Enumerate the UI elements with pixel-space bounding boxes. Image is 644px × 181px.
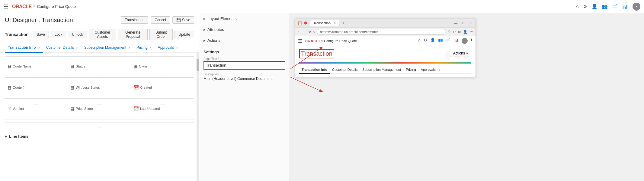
window-controls: — □ ✕ xyxy=(453,21,473,25)
save-toolbar-button[interactable]: Save xyxy=(33,31,49,38)
browser-doc-icon[interactable]: 📄 xyxy=(446,38,451,44)
description-label: Description xyxy=(203,73,285,76)
layout-elements-section: ▶ Layout Elements xyxy=(199,13,290,24)
settings-label: Settings xyxy=(203,50,285,54)
browser-group-icon[interactable]: 👥 xyxy=(438,38,443,44)
description-value: Main (Header Level) Commerce Document xyxy=(203,77,285,81)
scroll-thumb[interactable] xyxy=(197,59,199,71)
person-nav-icon[interactable]: 👤 xyxy=(591,4,598,9)
browser-chart-icon[interactable]: 📊 xyxy=(454,38,459,44)
chart-nav-icon[interactable]: 📊 xyxy=(622,4,628,9)
address-input[interactable] xyxy=(317,29,446,35)
browser-avatar[interactable] xyxy=(462,38,468,44)
browser-person-icon[interactable]: 👤 xyxy=(430,38,435,44)
gear-nav-icon[interactable]: ⚙ xyxy=(583,4,587,9)
oracle-logo: ORACLE xyxy=(12,4,32,9)
browser-title-row: ◈◈◈ Transaction Actions ▾ xyxy=(299,49,471,61)
tab-pricing[interactable]: Pricing ✕ xyxy=(133,43,155,53)
minimize-icon[interactable]: — xyxy=(453,21,459,25)
browser-extra-icon[interactable]: ▮ xyxy=(471,38,473,44)
home-nav-icon[interactable]: ⌂ xyxy=(576,4,579,9)
home-icon[interactable]: ⌂ xyxy=(313,30,315,34)
scroll-track[interactable] xyxy=(197,53,199,181)
close-window-icon[interactable]: ✕ xyxy=(468,21,473,25)
customer-assets-button[interactable]: Customer Assets xyxy=(89,29,116,40)
owner-icon: ▦ xyxy=(134,64,138,69)
left-panel: UI Designer : Transaction Translations C… xyxy=(0,13,199,181)
page-title-value[interactable]: Transaction xyxy=(203,61,285,70)
group-nav-icon[interactable]: 👥 xyxy=(602,4,608,9)
tab-close-approvals[interactable]: ✕ xyxy=(176,46,178,49)
browser-tab-close-icon[interactable]: ✕ xyxy=(334,21,336,25)
new-tab-icon[interactable]: + xyxy=(342,21,345,25)
tab-close-customer-details[interactable]: ✕ xyxy=(76,46,78,49)
tab-transaction-info[interactable]: Transaction Info ✕ xyxy=(5,43,43,53)
submit-order-button[interactable]: Submit Order xyxy=(149,29,173,40)
tab-approvals[interactable]: Approvals ✕ xyxy=(155,43,181,53)
line-items-section[interactable]: ▶ Line Items xyxy=(5,131,194,140)
address-bar-row: ← → ↻ ⌂ f? ↩ ⊞ 👤 ⋯ xyxy=(295,28,476,36)
browser-app-nav-icons: ⌂ ⚙ 👤 👥 📄 📊 ▮ xyxy=(418,38,473,44)
attributes-label: Attributes xyxy=(207,27,224,32)
browser-tab-approvals[interactable]: Approvals xyxy=(418,66,438,73)
actions-header[interactable]: ▶ Actions xyxy=(199,35,290,46)
browser-tab-transaction-info[interactable]: Transaction Info xyxy=(299,66,330,74)
browser-window: 📋 Transaction ✕ + — □ ✕ ← → ↻ ⌂ xyxy=(295,18,476,77)
browser-fav-icon[interactable]: f? xyxy=(448,30,450,34)
actions-section: ▶ Actions xyxy=(199,35,290,46)
forward-icon[interactable]: → xyxy=(303,30,306,34)
back-icon[interactable]: ← xyxy=(297,30,301,34)
tab-close-transaction-info[interactable]: ✕ xyxy=(38,46,40,49)
browser-tab-label: Transaction xyxy=(313,21,331,25)
toolbar: Transaction Save Lock Unlock Customer As… xyxy=(0,26,199,43)
actions-chevron: ▶ xyxy=(203,39,206,42)
attributes-header[interactable]: ▶ Attributes xyxy=(199,24,290,35)
unlock-button[interactable]: Unlock xyxy=(68,31,87,38)
middle-panel: ▶ Layout Elements ▶ Attributes ▶ Actions… xyxy=(199,13,290,181)
browser-app-nav: ☰ ORACLE® Configure Price Quote ⌂ ⚙ 👤 👥 … xyxy=(295,36,476,46)
app-title: Configure Price Quote xyxy=(37,4,76,9)
translations-button[interactable]: Translations xyxy=(121,16,148,24)
field-owner: — ▦ Owner — xyxy=(131,56,194,77)
browser-home-icon[interactable]: ⌂ xyxy=(418,38,421,44)
browser-actions-button[interactable]: Actions ▾ xyxy=(450,50,471,57)
refresh-icon[interactable]: ↻ xyxy=(308,30,311,34)
update-button[interactable]: Update xyxy=(175,31,194,38)
line-items-label: Line Items xyxy=(9,134,28,139)
tab-close-pricing[interactable]: ✕ xyxy=(149,46,152,49)
tab-close-subscription[interactable]: ✕ xyxy=(128,46,130,49)
user-avatar[interactable]: ▾ xyxy=(633,3,640,11)
toolbar-label: Transaction xyxy=(5,32,29,37)
browser-tab-transaction[interactable]: Transaction ✕ xyxy=(310,20,339,26)
top-navigation: ☰ ORACLE® Configure Price Quote ⌂ ⚙ 👤 👥 … xyxy=(0,0,644,13)
hamburger-icon[interactable]: ☰ xyxy=(4,3,8,10)
quote-name-icon: ▦ xyxy=(8,64,11,69)
maximize-icon[interactable]: □ xyxy=(461,21,466,25)
browser-share-icon[interactable]: ⊞ xyxy=(458,30,461,34)
cancel-button[interactable]: Cancel xyxy=(151,16,170,24)
page-header-actions: Translations Cancel 💾 Save xyxy=(121,16,194,24)
lock-button[interactable]: Lock xyxy=(51,31,66,38)
field-last-updated: — 📅 Last Updated — xyxy=(131,99,194,120)
document-nav-icon[interactable]: 📄 xyxy=(612,4,618,9)
layout-elements-header[interactable]: ▶ Layout Elements xyxy=(199,13,290,24)
svg-line-2 xyxy=(290,77,323,92)
browser-ext-icon[interactable]: ↩ xyxy=(453,30,456,34)
line-items-chevron: ▶ xyxy=(5,135,7,138)
browser-tab-subscription[interactable]: Subscription Management xyxy=(360,66,403,73)
page-title-label: Page Title * xyxy=(203,57,285,61)
browser-more-icon[interactable]: ⋯ xyxy=(470,30,473,34)
browser-hamburger-icon[interactable]: ☰ xyxy=(298,38,302,44)
tab-customer-details[interactable]: Customer Details ✕ xyxy=(43,43,81,53)
tab-subscription-management[interactable]: Subscription Management ✕ xyxy=(81,43,133,53)
generate-proposal-button[interactable]: Generate Proposal xyxy=(118,29,148,40)
browser-tab-pricing[interactable]: Pricing xyxy=(403,66,418,73)
field-win-loss: — ▦ Win/Loss Status — xyxy=(68,77,131,99)
browser-tab-more[interactable]: › xyxy=(438,66,442,73)
browser-gear-icon[interactable]: ⚙ xyxy=(424,38,427,44)
browser-app-title: Configure Price Quote xyxy=(324,39,357,43)
save-header-button[interactable]: 💾 Save xyxy=(172,16,194,24)
browser-tab-customer-details[interactable]: Customer Details xyxy=(330,66,360,73)
browser-user-icon[interactable]: 👤 xyxy=(463,30,467,34)
win-loss-icon: ▦ xyxy=(71,85,75,90)
